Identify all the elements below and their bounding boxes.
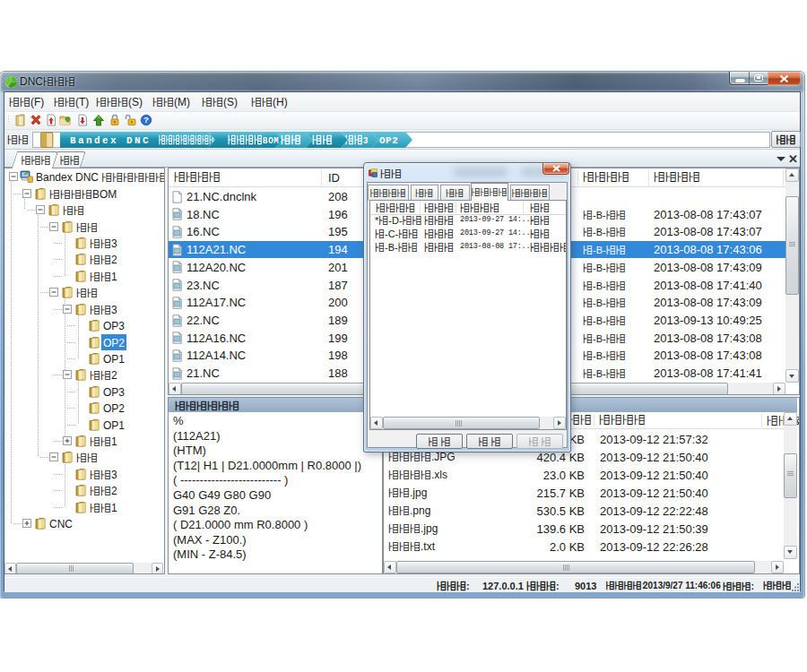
svg-text:?: ? <box>143 115 149 125</box>
